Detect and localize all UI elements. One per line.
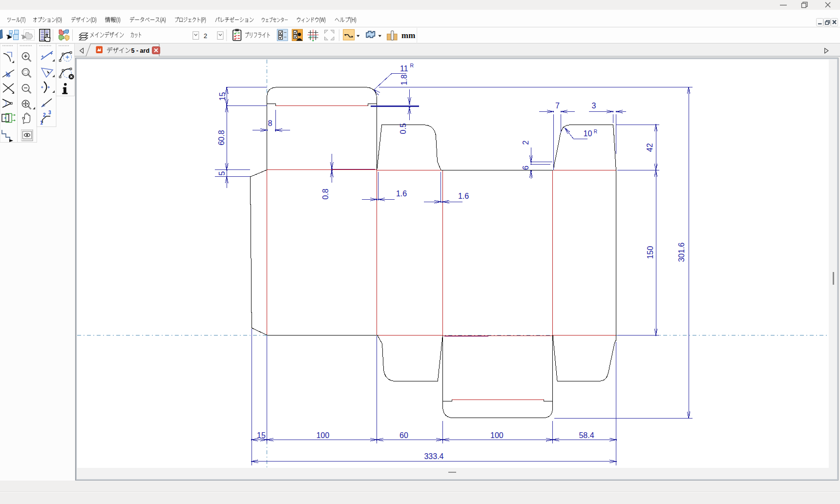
svg-text:60.8: 60.8 bbox=[217, 130, 226, 145]
svg-text:R: R bbox=[594, 129, 597, 134]
svg-text:15: 15 bbox=[257, 431, 266, 440]
svg-text:R: R bbox=[410, 63, 414, 68]
svg-text:150: 150 bbox=[646, 246, 654, 259]
svg-text:mm: mm bbox=[401, 31, 415, 40]
svg-text:333.4: 333.4 bbox=[424, 452, 443, 461]
svg-text:0.8: 0.8 bbox=[322, 189, 330, 199]
svg-text:1.8: 1.8 bbox=[400, 74, 408, 85]
svg-text:60: 60 bbox=[399, 431, 408, 440]
svg-text:100: 100 bbox=[316, 431, 330, 440]
svg-text:11: 11 bbox=[400, 64, 408, 73]
svg-text:8: 8 bbox=[268, 119, 273, 127]
svg-text:2: 2 bbox=[522, 140, 530, 145]
svg-text:58.4: 58.4 bbox=[579, 431, 594, 440]
svg-text:7: 7 bbox=[555, 102, 560, 110]
svg-text:10: 10 bbox=[584, 129, 592, 138]
svg-text:15: 15 bbox=[218, 92, 227, 101]
svg-text:2: 2 bbox=[43, 112, 46, 118]
svg-text:2: 2 bbox=[204, 32, 207, 40]
svg-text:6: 6 bbox=[522, 166, 530, 170]
svg-text:1: 1 bbox=[40, 120, 43, 126]
svg-text:3: 3 bbox=[592, 102, 596, 110]
svg-text:5 - ard: 5 - ard bbox=[131, 47, 150, 54]
svg-text:1.6: 1.6 bbox=[396, 189, 407, 198]
svg-text:301.6: 301.6 bbox=[677, 242, 686, 262]
svg-text:1.6: 1.6 bbox=[458, 192, 469, 200]
svg-text:0.5: 0.5 bbox=[399, 123, 407, 134]
svg-text:42: 42 bbox=[646, 143, 654, 152]
svg-text:5: 5 bbox=[218, 171, 226, 175]
svg-text:3: 3 bbox=[48, 110, 51, 115]
svg-text:100: 100 bbox=[490, 431, 504, 440]
